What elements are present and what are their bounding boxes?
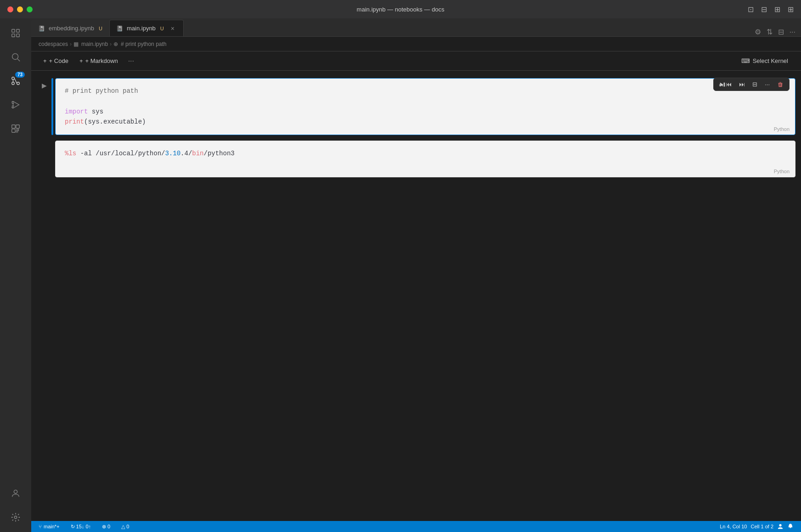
- status-position[interactable]: Ln 4, Col 10: [718, 524, 749, 529]
- code-line-2: import sys: [65, 107, 786, 117]
- cell-2-code[interactable]: %ls -al /usr/local/python/3.10.4/bin/pyt…: [56, 141, 795, 166]
- tab-main[interactable]: 📓 main.ipynb U ×: [109, 20, 184, 36]
- status-person-icon[interactable]: [775, 523, 785, 530]
- cell-2-inactive-bar: [51, 141, 53, 177]
- svg-rect-15: [16, 125, 19, 128]
- maximize-button[interactable]: [27, 6, 33, 12]
- breadcrumb-symbol[interactable]: # print python path: [121, 41, 166, 47]
- tab-main-modified: U: [160, 26, 164, 31]
- split-editor-icon[interactable]: ⊡: [748, 5, 754, 14]
- status-cell[interactable]: Cell 1 of 2: [749, 524, 775, 529]
- activity-bar: 73: [0, 18, 31, 532]
- cell-1-toolbar: ⏮ ⏮ ⏭ ⊟ ···: [713, 78, 790, 91]
- status-cell-label: Cell 1 of 2: [750, 524, 773, 529]
- layout-icon[interactable]: ⊞: [788, 5, 794, 14]
- breadcrumb-sep-2: ›: [110, 41, 112, 47]
- code-line-1: # print python path: [65, 86, 786, 96]
- more-actions-icon[interactable]: ···: [790, 28, 795, 36]
- editor-area: 📓 embedding.ipynb U 📓 main.ipynb U × ⚙ ⇅…: [31, 18, 801, 532]
- breadcrumb: codespaces › ▦ main.ipynb › ⊕ # print py…: [31, 37, 801, 51]
- sidebar-item-source-control[interactable]: 73: [5, 70, 27, 92]
- sidebar-item-account[interactable]: [5, 482, 27, 504]
- select-kernel-button[interactable]: ⌨ Select Kernel: [736, 56, 794, 66]
- minimize-button[interactable]: [17, 6, 23, 12]
- kernel-icon: ⌨: [741, 57, 750, 64]
- cell-1-content[interactable]: ⏮ ⏮ ⏭ ⊟ ···: [55, 78, 795, 135]
- status-sync-label: ↻ 15↓ 0↑: [71, 524, 91, 530]
- sidebar-item-explorer[interactable]: [5, 22, 27, 44]
- status-warnings-label: △ 0: [121, 524, 129, 530]
- add-markdown-icon: +: [79, 57, 83, 64]
- notebook-toolbar: + + Code + + Markdown ··· ⌨ Select Kerne…: [31, 51, 801, 71]
- breadcrumb-symbol-icon: ⊕: [113, 41, 118, 47]
- sidebar-item-extensions[interactable]: [5, 118, 27, 140]
- cell-2-content[interactable]: %ls -al /usr/local/python/3.10.4/bin/pyt…: [55, 141, 795, 177]
- status-right: Ln 4, Col 10 Cell 1 of 2: [718, 523, 795, 530]
- cell-1-lang-label: Python: [774, 126, 790, 132]
- cell-more-button[interactable]: ···: [761, 79, 773, 90]
- delete-cell-button[interactable]: [773, 79, 787, 90]
- cell-1-run-button[interactable]: ▶: [37, 78, 51, 93]
- source-control-badge: 73: [15, 72, 25, 78]
- tab-main-label: main.ipynb: [127, 25, 156, 32]
- notebook-content[interactable]: ▶ ⏮ ⏮ ⏭ ⊟: [31, 71, 801, 521]
- add-markdown-button[interactable]: + + Markdown: [75, 56, 123, 66]
- status-errors[interactable]: ⊗ 0: [100, 521, 112, 532]
- close-button[interactable]: [7, 6, 13, 12]
- status-branch-label: main*+: [44, 524, 60, 529]
- breadcrumb-file[interactable]: main.ipynb: [81, 41, 108, 47]
- status-errors-label: ⊗ 0: [102, 524, 110, 530]
- status-warnings[interactable]: △ 0: [119, 521, 131, 532]
- sidebar-item-debug[interactable]: [5, 94, 27, 116]
- window-controls: ⊡ ⊟ ⊞ ⊞: [748, 5, 794, 14]
- run-all-button[interactable]: ⏭: [735, 79, 749, 90]
- status-position-label: Ln 4, Col 10: [720, 524, 747, 529]
- svg-line-10: [14, 79, 17, 84]
- split-cell-button[interactable]: ⊟: [749, 79, 761, 90]
- notebook-icon-embedding: 📓: [38, 25, 45, 32]
- svg-text:⏮: ⏮: [719, 83, 723, 87]
- main-layout: 73: [0, 18, 801, 532]
- split-down-icon[interactable]: ⊟: [761, 5, 767, 14]
- status-bell-icon[interactable]: [785, 523, 795, 530]
- svg-point-7: [17, 82, 20, 85]
- select-kernel-label: Select Kernel: [753, 57, 788, 64]
- cell-1-wrapper: ▶ ⏮ ⏮ ⏭ ⊟: [37, 78, 795, 135]
- breadcrumb-sep-1: ›: [70, 41, 72, 47]
- split-editor-icon[interactable]: ⊟: [778, 28, 784, 36]
- cell-1-code[interactable]: # print python path import sys print(sys…: [56, 79, 795, 135]
- add-code-icon: +: [43, 57, 47, 64]
- tab-embedding[interactable]: 📓 embedding.ipynb U: [31, 20, 109, 36]
- notebook-icon-main: 📓: [116, 25, 123, 32]
- title-bar: main.ipynb — notebooks — docs ⊡ ⊟ ⊞ ⊞: [0, 0, 801, 18]
- svg-point-4: [12, 54, 18, 60]
- tab-main-close[interactable]: ×: [169, 24, 177, 33]
- breadcrumb-file-icon: ▦: [73, 41, 79, 47]
- svg-line-5: [17, 59, 20, 61]
- split-right-icon[interactable]: ⊞: [774, 5, 780, 14]
- code-line-3: print(sys.executable): [65, 117, 786, 127]
- svg-marker-11: [13, 102, 19, 108]
- svg-point-6: [12, 77, 15, 80]
- breadcrumb-codespaces[interactable]: codespaces: [39, 41, 68, 47]
- svg-point-20: [779, 524, 781, 526]
- svg-rect-2: [12, 34, 15, 37]
- cell-1-active-bar: [51, 78, 53, 135]
- status-sync[interactable]: ↻ 15↓ 0↑: [69, 521, 93, 532]
- add-code-label: + Code: [49, 57, 68, 64]
- code-line-magic: %ls -al /usr/local/python/3.10.4/bin/pyt…: [65, 148, 786, 158]
- sidebar-item-settings[interactable]: [5, 506, 27, 528]
- status-branch[interactable]: ⑂ main*+: [37, 521, 62, 532]
- tab-bar: 📓 embedding.ipynb U 📓 main.ipynb U × ⚙ ⇅…: [31, 18, 801, 37]
- svg-point-8: [12, 82, 15, 85]
- add-code-button[interactable]: + + Code: [39, 56, 73, 66]
- sidebar-item-search[interactable]: [5, 46, 27, 68]
- settings-icon[interactable]: ⚙: [755, 28, 761, 36]
- add-markdown-label: + Markdown: [85, 57, 118, 64]
- source-control-icon[interactable]: ⇅: [767, 28, 773, 36]
- code-line-blank: [65, 96, 786, 106]
- toolbar-more-button[interactable]: ···: [124, 55, 138, 67]
- tab-embedding-modified: U: [99, 26, 102, 31]
- git-branch-icon: ⑂: [39, 524, 42, 529]
- run-above-button[interactable]: ⏮ ⏮: [716, 79, 735, 90]
